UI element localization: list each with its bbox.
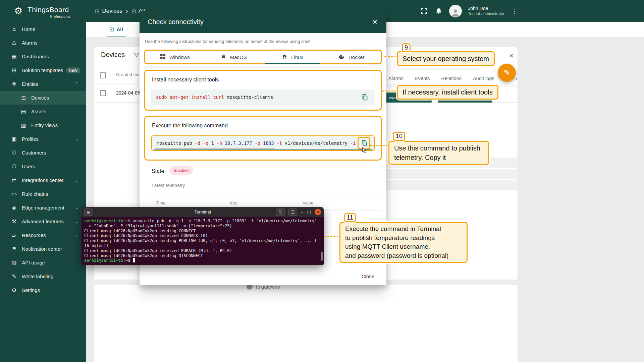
execute-section: Execute the following command mosquitto_… — [144, 116, 382, 161]
edge-management-icon: ◈ — [11, 204, 17, 211]
brand-logo[interactable]: ⚙ ThingsBoard Professional — [0, 0, 86, 22]
tab-audit-logs[interactable]: Audit logs — [473, 76, 494, 81]
tab-alarms[interactable]: Alarms — [388, 76, 404, 81]
tab-macos[interactable]: MacOS — [204, 51, 263, 63]
kebab-menu-icon[interactable]: ⋮ — [511, 7, 518, 15]
terminal-line: -u "JohnDoe" -P "31qlrwfjyanl111zsebk" -… — [84, 224, 321, 229]
dialog-close-button[interactable]: Close — [358, 271, 378, 282]
new-tab-icon[interactable]: ⊞ — [84, 208, 93, 216]
edit-fab-button[interactable]: ✎ — [498, 64, 516, 82]
column-key: Key — [230, 200, 237, 205]
user-info[interactable]: John Doe Tenant administrator — [468, 6, 504, 17]
filter-icon[interactable] — [133, 52, 140, 60]
terminal-text: Client mosq-tdC26zNpU5udCxk2qb received … — [84, 248, 232, 253]
notifications-bell-icon[interactable] — [434, 7, 443, 15]
tab-docker[interactable]: Docker — [322, 51, 381, 63]
column-time: Time — [156, 200, 165, 205]
divider — [145, 196, 381, 196]
tab-events[interactable]: Events — [415, 76, 430, 81]
sidebar-item-label: Assets — [31, 109, 46, 114]
select-all-checkbox[interactable] — [100, 72, 106, 78]
sidebar-item-rule-chains[interactable]: ‹·›Rule chains — [0, 187, 86, 201]
user-name: John Doe — [468, 6, 504, 12]
avatar[interactable] — [449, 5, 462, 17]
sidebar-item-profiles[interactable]: ▣Profiles⌄ — [0, 132, 86, 146]
group-tab-all[interactable]: ⊡ All — [107, 22, 126, 37]
sidebar-item-alarms[interactable]: ⚠Alarms — [0, 36, 86, 50]
code-token: v1/devices/me/telemetry — [285, 140, 350, 146]
sidebar-item-assets[interactable]: ▤Assets — [0, 105, 86, 118]
search-icon[interactable] — [276, 208, 285, 216]
sidebar-item-notification-center[interactable]: ⚑Notification center — [0, 242, 86, 256]
window-close-icon[interactable]: ✕ — [315, 209, 321, 215]
sidebar-item-label: Rule chains — [22, 191, 48, 197]
code-token: sudo apt-get install curl — [156, 95, 227, 100]
sidebar-item-advanced-features[interactable]: ⚒Advanced features⌄ — [0, 215, 86, 228]
sidebar-item-settings[interactable]: ⚙Settings — [0, 283, 86, 297]
tab-label: MacOS — [230, 54, 247, 60]
connector-line — [324, 236, 339, 237]
sidebar-item-resources[interactable]: ▱Resources⌄ — [0, 228, 86, 242]
sidebar-item-entities[interactable]: ❖Entities⌃ — [0, 77, 86, 91]
sidebar-item-devices[interactable]: ⊡Devices — [0, 91, 86, 105]
sidebar-item-solution-templates[interactable]: ⊞Solution templatesNEW — [0, 63, 86, 77]
sidebar-item-customers[interactable]: ⚇Customers — [0, 146, 86, 160]
chevron-right-icon[interactable]: › — [515, 75, 517, 82]
step-9-badge: 9 — [402, 43, 411, 52]
sidebar-item-label: White labeling — [22, 274, 53, 279]
linux-icon — [281, 53, 288, 61]
execute-command: mosquitto_pub -d -q 1 -h 10.7.3.177 -p 1… — [157, 140, 356, 146]
copy-icon[interactable] — [360, 92, 370, 102]
code-token: mosquitto_pub — [157, 140, 195, 146]
terminal-text: 16 bytes)) — [84, 243, 108, 248]
terminal-line: Client mosq-tdC26zNpU5udCxk2qb sending P… — [84, 238, 321, 243]
sidebar-item-white-labeling[interactable]: ✎White labeling — [0, 269, 86, 283]
tab-linux[interactable]: Linux — [263, 51, 322, 63]
brand-name: ThingsBoard — [28, 6, 69, 14]
terminal-text: :~$ — [123, 258, 133, 263]
minimize-icon[interactable]: – — [301, 209, 303, 215]
terminal-text: -u "JohnDoe" -P "31qlrwfjyanl111zsebk" -… — [84, 224, 232, 228]
close-icon[interactable]: ✕ — [509, 52, 514, 59]
sidebar-item-label: Dashboards — [22, 54, 49, 59]
menu-icon[interactable]: ☰ — [288, 208, 297, 216]
horizontal-scrollbar[interactable] — [155, 148, 275, 149]
notification-center-icon: ⚑ — [11, 246, 17, 252]
close-icon[interactable]: ✕ — [370, 18, 380, 25]
step-11-badge: 11 — [344, 213, 356, 222]
sidebar-item-edge-management[interactable]: ◈Edge management⌄ — [0, 201, 86, 215]
home-icon: ⌂ — [11, 26, 17, 32]
advanced-features-icon: ⚒ — [11, 218, 17, 225]
code-token: -h — [217, 140, 225, 146]
terminal-scrollbar[interactable] — [321, 252, 323, 261]
tab-relations[interactable]: Relations — [441, 76, 461, 81]
sidebar-item-label: Entity views — [31, 122, 58, 128]
devices-icon: ⊡ — [95, 8, 99, 14]
sidebar-item-dashboards[interactable]: ▦Dashboards — [0, 50, 86, 63]
header-actions: John Doe Tenant administrator ⋮ — [420, 0, 518, 22]
sidebar-item-home[interactable]: ⌂Home — [0, 22, 86, 36]
code-token: -t — [277, 140, 285, 146]
sidebar-item-label: Devices — [31, 95, 49, 101]
terminal-titlebar[interactable]: ⊞ Terminal ☰ – ▢ ✕ — [82, 207, 324, 217]
row-checkbox[interactable] — [100, 90, 106, 96]
sidebar-item-integrations-center[interactable]: ⇄Integrations center⌄ — [0, 173, 86, 187]
solution-templates-icon: ⊞ — [11, 67, 17, 73]
execute-code-block: mosquitto_pub -d -q 1 -h 10.7.3.177 -p 1… — [151, 135, 375, 151]
user-role: Tenant administrator — [468, 11, 504, 16]
column-value: Value — [303, 200, 313, 205]
tab-windows[interactable]: Windows — [145, 51, 204, 63]
maximize-icon[interactable]: ▢ — [307, 209, 311, 215]
sidebar-item-api-usage[interactable]: ▨API usage — [0, 256, 86, 269]
terminal-window: ⊞ Terminal ☰ – ▢ ✕ serhii@serhii-tb:~$ m… — [82, 207, 324, 265]
breadcrumb-devices[interactable]: ⊡ Devices — [95, 8, 122, 14]
app-root: ⊡ Devices › ⊡ All John Doe Tenant admini… — [0, 0, 644, 362]
terminal-line: serhii@serhii-tb:~$ — [84, 258, 321, 263]
dialog-header: Check connectivity ✕ — [140, 11, 386, 33]
sidebar-item-users[interactable]: ⚆Users — [0, 160, 86, 173]
terminal-output[interactable]: serhii@serhii-tb:~$ mosquitto_pub -d -q … — [82, 217, 323, 264]
sidebar-item-entity-views[interactable]: ▥Entity views — [0, 118, 86, 132]
breadcrumb: ⊡ Devices › ⊡ All — [95, 0, 145, 22]
fullscreen-icon[interactable] — [420, 7, 428, 15]
dialog-subtitle: Use the following instructions for sendi… — [145, 39, 310, 44]
